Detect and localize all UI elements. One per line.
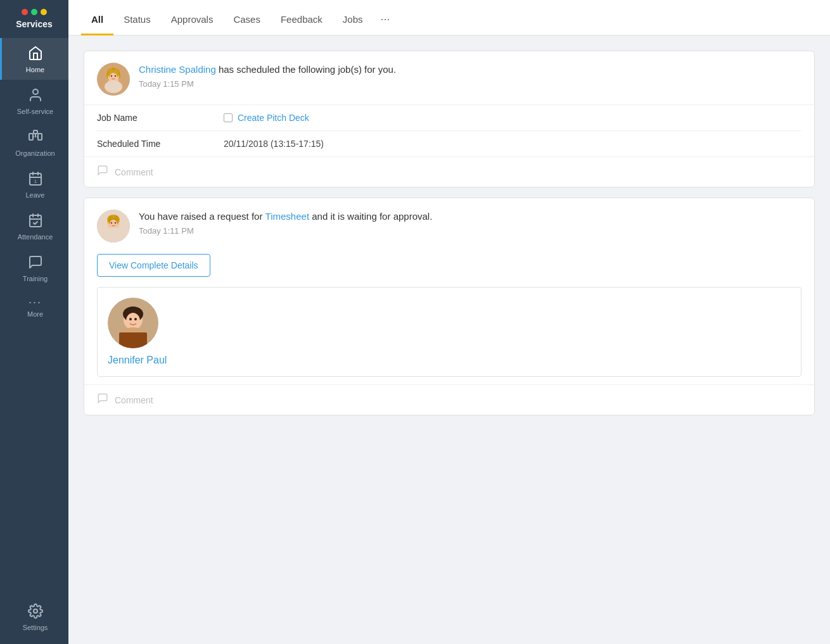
sidebar-item-more[interactable]: ··· More	[0, 289, 68, 324]
card2-avatar	[97, 210, 130, 243]
svg-point-16	[34, 609, 37, 613]
sidebar: Services Home Self-service	[0, 0, 68, 644]
card1-comment-placeholder: Comment	[115, 167, 153, 177]
view-complete-details-button[interactable]: View Complete Details	[97, 254, 210, 277]
svg-rect-12	[30, 215, 41, 227]
home-icon	[28, 46, 43, 63]
card1-scheduled-time-value: 20/11/2018 (13:15-17:15)	[224, 139, 324, 149]
card1-scheduled-time-row: Scheduled Time 20/11/2018 (13:15-17:15)	[97, 131, 801, 156]
card1-job-name-value: Create Pitch Deck	[224, 113, 309, 123]
card1-job-name-label: Job Name	[97, 113, 224, 123]
tab-cases[interactable]: Cases	[223, 1, 271, 35]
card1-header: Christine Spalding has scheduled the fol…	[84, 51, 814, 104]
svg-point-25	[111, 75, 112, 77]
activity-card-1: Christine Spalding has scheduled the fol…	[84, 51, 815, 187]
svg-point-26	[115, 75, 116, 77]
leave-icon: 1	[28, 171, 43, 189]
job-checkbox[interactable]	[224, 113, 233, 122]
card2-message-prefix: You have raised a request for	[139, 211, 265, 222]
svg-text:1: 1	[34, 179, 37, 184]
comment-icon-1	[97, 165, 108, 179]
card1-comment-row[interactable]: Comment	[84, 156, 814, 187]
sidebar-item-settings[interactable]: Settings	[0, 596, 68, 638]
comment-icon-2	[97, 393, 108, 407]
sidebar-item-home-label: Home	[26, 66, 44, 73]
tab-all[interactable]: All	[81, 1, 113, 35]
tab-jobs[interactable]: Jobs	[333, 1, 373, 35]
svg-point-34	[111, 222, 112, 224]
tab-feedback[interactable]: Feedback	[271, 1, 333, 35]
sidebar-bottom: Settings	[0, 596, 68, 644]
main-content: All Status Approvals Cases Feedback Jobs…	[68, 0, 830, 644]
sidebar-item-organization[interactable]: Organization	[0, 122, 68, 163]
card2-actions: View Complete Details	[84, 251, 814, 287]
card2-comment-row[interactable]: Comment	[84, 384, 814, 415]
tabs-bar: All Status Approvals Cases Feedback Jobs…	[68, 0, 830, 35]
sidebar-item-settings-label: Settings	[23, 624, 48, 631]
sidebar-brand-label: Services	[16, 19, 53, 29]
card1-scheduled-time-label: Scheduled Time	[97, 139, 224, 149]
sidebar-item-leave-label: Leave	[26, 191, 45, 199]
sidebar-item-training-label: Training	[23, 275, 48, 282]
org-icon	[28, 129, 43, 147]
card1-actor-name[interactable]: Christine Spalding	[139, 64, 216, 75]
dot-red	[22, 9, 28, 15]
card2-comment-placeholder: Comment	[115, 395, 153, 405]
card2-header-text: You have raised a request for Timesheet …	[139, 210, 801, 236]
sidebar-item-training[interactable]: Training	[0, 247, 68, 289]
commenter-section: Jennifer Paul	[97, 287, 801, 377]
settings-icon	[28, 603, 43, 621]
card2-time: Today 1:11 PM	[139, 226, 801, 236]
job-name-link[interactable]: Create Pitch Deck	[238, 113, 309, 123]
sidebar-item-self-service-label: Self-service	[17, 108, 53, 115]
card1-job-name-row: Job Name Create Pitch Deck	[97, 105, 801, 131]
dot-green	[31, 9, 37, 15]
tab-more[interactable]: ···	[373, 0, 398, 35]
activity-card-2: You have raised a request for Timesheet …	[84, 198, 815, 415]
dot-yellow	[41, 9, 47, 15]
card1-message-text: has scheduled the following job(s) for y…	[219, 64, 396, 75]
feed: Christine Spalding has scheduled the fol…	[68, 35, 830, 644]
svg-point-44	[134, 318, 137, 320]
card2-message-suffix: and it is waiting for approval.	[312, 211, 432, 222]
sidebar-item-leave[interactable]: 1 Leave	[0, 163, 68, 205]
sidebar-item-self-service[interactable]: Self-service	[0, 80, 68, 122]
card1-time: Today 1:15 PM	[139, 79, 801, 89]
card2-timesheet-link[interactable]: Timesheet	[265, 211, 309, 222]
card2-header: You have raised a request for Timesheet …	[84, 198, 814, 251]
training-icon	[28, 255, 43, 272]
card1-avatar	[97, 63, 130, 96]
sidebar-item-more-label: More	[27, 310, 43, 318]
svg-point-27	[105, 80, 122, 93]
commenter-avatar	[108, 298, 158, 348]
card1-message: Christine Spalding has scheduled the fol…	[139, 63, 801, 77]
svg-point-42	[126, 313, 140, 329]
svg-point-33	[110, 220, 117, 229]
svg-point-24	[110, 73, 117, 82]
svg-point-43	[129, 318, 132, 320]
commenter-name[interactable]: Jennifer Paul	[108, 355, 167, 366]
card2-message: You have raised a request for Timesheet …	[139, 210, 801, 224]
card1-table: Job Name Create Pitch Deck Scheduled Tim…	[84, 104, 814, 156]
tab-status[interactable]: Status	[113, 1, 161, 35]
more-icon: ···	[29, 296, 42, 308]
sidebar-item-home[interactable]: Home	[0, 38, 68, 80]
attendance-icon	[28, 213, 43, 230]
tab-approvals[interactable]: Approvals	[161, 1, 224, 35]
svg-point-35	[115, 222, 116, 224]
svg-point-0	[33, 89, 38, 94]
svg-rect-46	[119, 332, 147, 348]
sidebar-item-attendance[interactable]: Attendance	[0, 205, 68, 247]
svg-point-36	[105, 227, 122, 240]
card1-header-text: Christine Spalding has scheduled the fol…	[139, 63, 801, 89]
sidebar-item-organization-label: Organization	[15, 149, 54, 157]
person-icon	[28, 87, 43, 105]
sidebar-item-attendance-label: Attendance	[18, 233, 53, 241]
sidebar-nav: Home Self-service	[0, 35, 68, 596]
logo-dots	[22, 9, 47, 15]
sidebar-logo: Services	[0, 0, 68, 35]
